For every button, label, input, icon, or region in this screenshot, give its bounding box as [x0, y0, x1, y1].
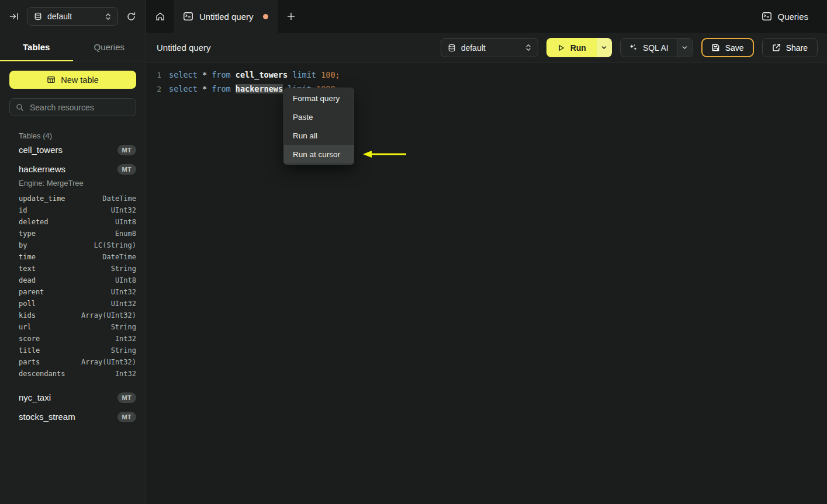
code-token: from [212, 84, 236, 93]
refresh-button[interactable] [126, 12, 136, 22]
sql-ai-caret[interactable] [677, 39, 693, 57]
engine-badge: MT [117, 164, 136, 175]
save-button[interactable]: Save [701, 38, 754, 57]
tab-strip: Untitled query Queries [146, 0, 827, 33]
terminal-icon [762, 11, 772, 22]
sidebar-tab-queries[interactable]: Queries [73, 33, 146, 61]
sql-editor[interactable]: 1 select * from cell_towers limit 100; 2… [146, 63, 827, 504]
column-row: titleString [9, 345, 136, 356]
engine-badge: MT [117, 145, 136, 155]
database-selector-value: default [47, 12, 72, 21]
main-area: Tables Queries New table [0, 33, 827, 504]
menu-item-format-query[interactable]: Format query [284, 89, 354, 107]
column-name: type [19, 230, 36, 238]
column-type: UInt32 [111, 300, 136, 308]
database-selector-value: default [461, 43, 486, 53]
column-name: url [19, 323, 32, 331]
play-icon [557, 44, 565, 52]
column-name: id [19, 206, 27, 214]
queries-button-label: Queries [777, 12, 808, 22]
column-type: DateTime [102, 253, 136, 261]
table-name: hackernews [19, 164, 65, 174]
column-name: descendants [19, 370, 65, 378]
column-row: pollUInt32 [9, 298, 136, 310]
database-selector[interactable]: default [441, 38, 538, 57]
column-name: by [19, 241, 27, 249]
column-type: Int32 [115, 370, 136, 378]
search-input[interactable] [29, 102, 137, 113]
column-type: Array(UInt32) [81, 358, 136, 366]
top-bar: default [0, 0, 827, 33]
menu-item-paste[interactable]: Paste [284, 107, 354, 126]
column-row: parentUInt32 [9, 286, 136, 298]
menu-item-run-all[interactable]: Run all [284, 126, 354, 145]
column-type: UInt8 [115, 276, 136, 284]
column-row: urlString [9, 321, 136, 333]
collapse-sidebar-button[interactable] [9, 12, 19, 21]
column-name: parts [19, 358, 40, 366]
sql-ai-button[interactable]: SQL AI [620, 38, 693, 57]
column-row: typeEnum8 [9, 228, 136, 239]
column-name: dead [19, 276, 36, 284]
run-button-label: Run [570, 43, 586, 53]
code-token-selected: hackernews [236, 84, 283, 93]
run-button-main[interactable]: Run [546, 38, 597, 57]
table-row-hackernews[interactable]: hackernews MT [9, 159, 136, 179]
run-button[interactable]: Run [546, 38, 612, 57]
engine-badge: MT [117, 412, 136, 422]
code-token: select [169, 70, 202, 79]
sql-ai-label: SQL AI [643, 43, 669, 53]
table-name: stocks_stream [19, 412, 75, 422]
column-type: DateTime [102, 194, 136, 203]
share-icon [772, 43, 781, 52]
search-icon [16, 103, 24, 112]
table-row-stocks-stream[interactable]: stocks_stream MT [9, 407, 136, 426]
search-box [9, 98, 136, 116]
sidebar-body: New table Tables (4) cell_towers MT hack… [0, 61, 146, 426]
editor-context-menu: Format query Paste Run all Run at cursor [283, 88, 354, 165]
column-type: Int32 [115, 335, 136, 343]
sidebar: Tables Queries New table [0, 33, 146, 504]
share-button[interactable]: Share [762, 38, 818, 57]
table-grid-icon [47, 75, 56, 84]
queries-button[interactable]: Queries [758, 11, 812, 22]
column-row: descendantsInt32 [9, 368, 136, 380]
column-name: deleted [19, 218, 49, 226]
column-row: timeDateTime [9, 251, 136, 263]
database-selector[interactable]: default [27, 7, 118, 26]
sidebar-tab-tables[interactable]: Tables [0, 33, 73, 61]
column-row: byLC(String) [9, 239, 136, 251]
table-row-nyc-taxi[interactable]: nyc_taxi MT [9, 388, 136, 407]
column-row: partsArray(UInt32) [9, 356, 136, 368]
table-row-cell-towers[interactable]: cell_towers MT [9, 140, 136, 159]
column-row: kidsArray(UInt32) [9, 310, 136, 321]
table-name: nyc_taxi [19, 392, 51, 402]
code-text: select * from cell_towers limit 100; [161, 70, 340, 79]
tables-section-header: Tables (4) [9, 131, 136, 140]
column-type: String [111, 346, 136, 354]
run-options-caret[interactable] [597, 38, 612, 57]
menu-item-run-at-cursor[interactable]: Run at cursor [284, 145, 354, 164]
column-row: scoreInt32 [9, 333, 136, 345]
share-button-label: Share [786, 43, 808, 53]
chevron-updown-icon [525, 44, 531, 51]
column-type: Array(UInt32) [81, 311, 136, 319]
engine-badge: MT [117, 392, 136, 403]
tab-untitled-query[interactable]: Untitled query [174, 0, 278, 33]
sql-ai-button-main[interactable]: SQL AI [621, 39, 677, 57]
code-token: select [169, 84, 202, 93]
home-button[interactable] [146, 0, 174, 33]
new-tab-button[interactable] [278, 0, 305, 33]
top-bar-left: default [0, 0, 146, 33]
column-name: kids [19, 311, 36, 319]
hackernews-columns: update_timeDateTime idUInt32 deletedUInt… [9, 193, 136, 380]
column-type: String [111, 265, 136, 273]
column-type: UInt32 [111, 288, 136, 296]
line-number: 2 [146, 85, 161, 93]
column-name: score [19, 335, 40, 343]
column-type: UInt8 [115, 218, 136, 226]
annotation-arrow-icon [362, 150, 408, 159]
new-table-button[interactable]: New table [9, 71, 136, 89]
arrow-to-bar-icon [9, 12, 19, 21]
column-type: Enum8 [115, 230, 136, 238]
